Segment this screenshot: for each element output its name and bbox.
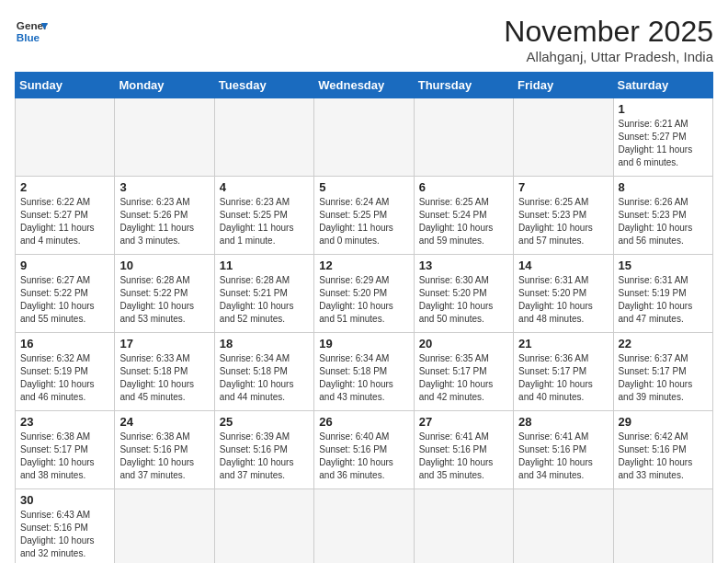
logo: General Blue	[15, 15, 48, 48]
location-subtitle: Allahganj, Uttar Pradesh, India	[504, 49, 713, 64]
calendar-day-cell	[314, 489, 414, 564]
calendar-day-cell: 28Sunrise: 6:41 AM Sunset: 5:16 PM Dayli…	[514, 411, 613, 489]
calendar-day-cell: 5Sunrise: 6:24 AM Sunset: 5:25 PM Daylig…	[314, 177, 414, 255]
calendar-day-cell: 13Sunrise: 6:30 AM Sunset: 5:20 PM Dayli…	[414, 255, 513, 333]
day-number: 29	[619, 415, 708, 429]
calendar-week-row: 1Sunrise: 6:21 AM Sunset: 5:27 PM Daylig…	[16, 98, 713, 177]
calendar-week-row: 16Sunrise: 6:32 AM Sunset: 5:19 PM Dayli…	[16, 333, 713, 411]
day-info: Sunrise: 6:23 AM Sunset: 5:25 PM Dayligh…	[220, 196, 309, 247]
day-info: Sunrise: 6:26 AM Sunset: 5:23 PM Dayligh…	[619, 196, 708, 247]
weekday-header-friday: Friday	[514, 73, 613, 98]
weekday-header-tuesday: Tuesday	[214, 73, 313, 98]
day-info: Sunrise: 6:27 AM Sunset: 5:22 PM Dayligh…	[20, 274, 109, 326]
day-number: 25	[220, 415, 309, 429]
calendar-week-row: 2Sunrise: 6:22 AM Sunset: 5:27 PM Daylig…	[16, 177, 713, 255]
day-number: 2	[20, 180, 109, 194]
calendar-day-cell	[214, 98, 313, 177]
day-info: Sunrise: 6:33 AM Sunset: 5:18 PM Dayligh…	[119, 352, 209, 404]
calendar-day-cell: 9Sunrise: 6:27 AM Sunset: 5:22 PM Daylig…	[16, 255, 115, 333]
day-info: Sunrise: 6:28 AM Sunset: 5:21 PM Dayligh…	[220, 274, 309, 326]
calendar-day-cell	[414, 489, 513, 564]
day-number: 18	[220, 337, 309, 350]
calendar-day-cell: 19Sunrise: 6:34 AM Sunset: 5:18 PM Dayli…	[314, 333, 414, 411]
calendar-day-cell	[16, 98, 115, 177]
day-number: 7	[518, 180, 608, 194]
page-header: General Blue November 2025 Allahganj, Ut…	[15, 15, 713, 64]
day-info: Sunrise: 6:34 AM Sunset: 5:18 PM Dayligh…	[220, 352, 309, 404]
calendar-day-cell	[115, 489, 214, 564]
day-number: 28	[518, 415, 608, 429]
day-info: Sunrise: 6:39 AM Sunset: 5:16 PM Dayligh…	[220, 431, 309, 482]
day-info: Sunrise: 6:24 AM Sunset: 5:25 PM Dayligh…	[319, 196, 408, 247]
weekday-header-saturday: Saturday	[613, 73, 712, 98]
calendar-day-cell: 3Sunrise: 6:23 AM Sunset: 5:26 PM Daylig…	[115, 177, 214, 255]
calendar-day-cell: 2Sunrise: 6:22 AM Sunset: 5:27 PM Daylig…	[16, 177, 115, 255]
calendar-day-cell	[115, 98, 214, 177]
day-number: 27	[419, 415, 508, 429]
calendar-day-cell: 8Sunrise: 6:26 AM Sunset: 5:23 PM Daylig…	[613, 177, 712, 255]
day-number: 21	[518, 337, 608, 350]
svg-text:Blue: Blue	[17, 31, 40, 43]
weekday-header-monday: Monday	[115, 73, 214, 98]
day-number: 23	[20, 415, 109, 429]
day-number: 30	[20, 493, 109, 507]
calendar-day-cell	[214, 489, 313, 564]
day-info: Sunrise: 6:22 AM Sunset: 5:27 PM Dayligh…	[20, 196, 109, 247]
day-number: 15	[619, 259, 708, 272]
day-number: 24	[119, 415, 209, 429]
day-number: 26	[319, 415, 408, 429]
day-info: Sunrise: 6:30 AM Sunset: 5:20 PM Dayligh…	[419, 274, 508, 326]
calendar-week-row: 9Sunrise: 6:27 AM Sunset: 5:22 PM Daylig…	[16, 255, 713, 333]
day-number: 4	[220, 180, 309, 194]
calendar-day-cell: 10Sunrise: 6:28 AM Sunset: 5:22 PM Dayli…	[115, 255, 214, 333]
day-number: 20	[419, 337, 508, 350]
day-info: Sunrise: 6:42 AM Sunset: 5:16 PM Dayligh…	[619, 431, 708, 482]
calendar-day-cell	[514, 489, 613, 564]
calendar-day-cell: 1Sunrise: 6:21 AM Sunset: 5:27 PM Daylig…	[613, 98, 712, 177]
calendar-day-cell: 22Sunrise: 6:37 AM Sunset: 5:17 PM Dayli…	[613, 333, 712, 411]
day-info: Sunrise: 6:32 AM Sunset: 5:19 PM Dayligh…	[20, 352, 109, 404]
day-info: Sunrise: 6:41 AM Sunset: 5:16 PM Dayligh…	[518, 431, 608, 482]
calendar-day-cell: 6Sunrise: 6:25 AM Sunset: 5:24 PM Daylig…	[414, 177, 513, 255]
day-number: 3	[119, 180, 209, 194]
weekday-header-row: SundayMondayTuesdayWednesdayThursdayFrid…	[16, 73, 713, 98]
day-info: Sunrise: 6:43 AM Sunset: 5:16 PM Dayligh…	[20, 509, 109, 560]
calendar-day-cell	[414, 98, 513, 177]
calendar-day-cell	[514, 98, 613, 177]
day-info: Sunrise: 6:23 AM Sunset: 5:26 PM Dayligh…	[119, 196, 209, 247]
calendar-day-cell: 20Sunrise: 6:35 AM Sunset: 5:17 PM Dayli…	[414, 333, 513, 411]
day-info: Sunrise: 6:25 AM Sunset: 5:23 PM Dayligh…	[518, 196, 608, 247]
day-number: 12	[319, 259, 408, 272]
calendar-day-cell: 21Sunrise: 6:36 AM Sunset: 5:17 PM Dayli…	[514, 333, 613, 411]
month-title: November 2025	[504, 15, 713, 49]
calendar-day-cell	[314, 98, 414, 177]
day-number: 14	[518, 259, 608, 272]
day-info: Sunrise: 6:41 AM Sunset: 5:16 PM Dayligh…	[419, 431, 508, 482]
calendar-week-row: 23Sunrise: 6:38 AM Sunset: 5:17 PM Dayli…	[16, 411, 713, 489]
title-area: November 2025 Allahganj, Uttar Pradesh, …	[504, 15, 713, 64]
day-number: 16	[20, 337, 109, 350]
calendar-day-cell	[613, 489, 712, 564]
day-number: 9	[20, 259, 109, 272]
day-number: 22	[619, 337, 708, 350]
calendar-day-cell: 17Sunrise: 6:33 AM Sunset: 5:18 PM Dayli…	[115, 333, 214, 411]
day-info: Sunrise: 6:25 AM Sunset: 5:24 PM Dayligh…	[419, 196, 508, 247]
calendar-day-cell: 27Sunrise: 6:41 AM Sunset: 5:16 PM Dayli…	[414, 411, 513, 489]
calendar-day-cell: 11Sunrise: 6:28 AM Sunset: 5:21 PM Dayli…	[214, 255, 313, 333]
weekday-header-sunday: Sunday	[16, 73, 115, 98]
weekday-header-wednesday: Wednesday	[314, 73, 414, 98]
calendar-day-cell: 24Sunrise: 6:38 AM Sunset: 5:16 PM Dayli…	[115, 411, 214, 489]
day-info: Sunrise: 6:36 AM Sunset: 5:17 PM Dayligh…	[518, 352, 608, 404]
calendar-week-row: 30Sunrise: 6:43 AM Sunset: 5:16 PM Dayli…	[16, 489, 713, 564]
day-info: Sunrise: 6:35 AM Sunset: 5:17 PM Dayligh…	[419, 352, 508, 404]
day-number: 1	[619, 102, 708, 116]
calendar-day-cell: 25Sunrise: 6:39 AM Sunset: 5:16 PM Dayli…	[214, 411, 313, 489]
day-info: Sunrise: 6:29 AM Sunset: 5:20 PM Dayligh…	[319, 274, 408, 326]
day-info: Sunrise: 6:37 AM Sunset: 5:17 PM Dayligh…	[619, 352, 708, 404]
calendar-day-cell: 30Sunrise: 6:43 AM Sunset: 5:16 PM Dayli…	[16, 489, 115, 564]
calendar-day-cell: 4Sunrise: 6:23 AM Sunset: 5:25 PM Daylig…	[214, 177, 313, 255]
day-number: 17	[119, 337, 209, 350]
calendar-table: SundayMondayTuesdayWednesdayThursdayFrid…	[15, 72, 713, 563]
weekday-header-thursday: Thursday	[414, 73, 513, 98]
day-number: 5	[319, 180, 408, 194]
